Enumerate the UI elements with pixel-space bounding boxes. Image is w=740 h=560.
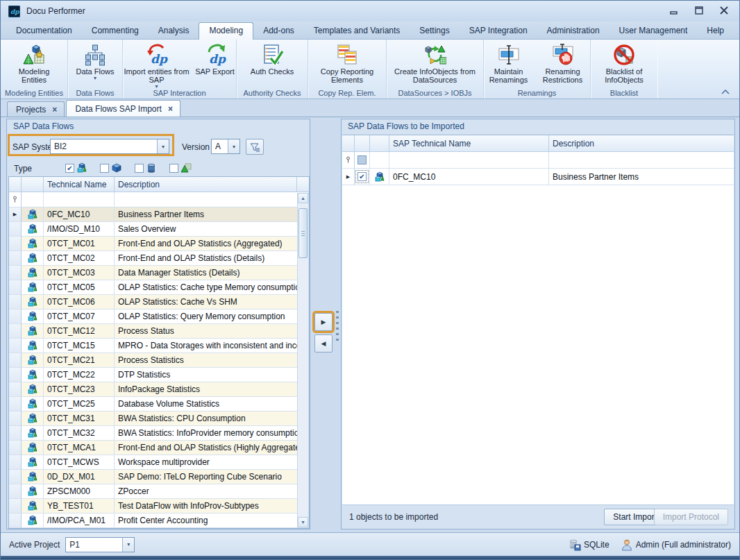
- sap-system-combo[interactable]: BI2 ▾: [50, 139, 169, 154]
- infocube-checkbox[interactable]: [100, 164, 109, 173]
- column-header-technical-name[interactable]: Technical Name: [44, 177, 115, 192]
- table-row[interactable]: 0TCT_MC21 Process Statistics: [9, 353, 309, 368]
- sap-export-button[interactable]: SAP Export: [192, 42, 238, 76]
- chevron-down-icon[interactable]: ▾: [122, 538, 134, 552]
- table-row[interactable]: ZPSCM000 ZPoccer: [9, 484, 309, 499]
- title-bar[interactable]: dp Docu Performer: [1, 1, 739, 22]
- chevron-down-icon[interactable]: ▾: [157, 139, 169, 153]
- select-all-checkbox[interactable]: [358, 155, 367, 164]
- auth-checks-button[interactable]: Auth Checks: [242, 42, 302, 76]
- filter-button[interactable]: [246, 139, 264, 155]
- user-status[interactable]: Admin (Full administrator): [621, 538, 731, 551]
- table-row[interactable]: /IMO/SD_M10 Sales Overview: [9, 222, 309, 237]
- description-cell: Database Volume Statistics: [115, 397, 309, 411]
- tab-templates-and-variants[interactable]: Templates and Variants: [304, 23, 410, 39]
- technical-name-cell: 0TCT_MC22: [44, 368, 115, 382]
- table-row[interactable]: 0TCT_MC03 Data Manager Statistics (Detai…: [9, 266, 309, 280]
- table-row[interactable]: 0FC_MC10 Business Partner Items: [9, 207, 309, 222]
- column-header-sap-technical-name[interactable]: SAP Technical Name: [389, 135, 549, 152]
- table-row[interactable]: 0D_DX_M01 SAP Demo: ITeLO Reporting Cube…: [9, 470, 309, 484]
- tab-help[interactable]: Help: [697, 23, 734, 39]
- tab-analysis[interactable]: Analysis: [149, 23, 199, 39]
- copy-reporting-elements-button[interactable]: Copy Reporting Elements: [310, 42, 384, 85]
- tab-projects[interactable]: Projects ×: [7, 101, 65, 117]
- import-entities-from-sap-button[interactable]: Import entities from SAP ▾: [121, 42, 192, 90]
- import-protocol-button[interactable]: Import Protocol: [654, 509, 728, 525]
- close-tab-icon[interactable]: ×: [52, 106, 57, 113]
- modeling-entities-button[interactable]: Modeling Entities: [8, 42, 60, 85]
- table-row[interactable]: 0TCT_MC32 BWA Statistics: InfoProvider m…: [9, 426, 309, 441]
- table-row[interactable]: 0TCT_MC23 InfoPackage Statistics: [9, 382, 309, 397]
- chevron-down-icon[interactable]: ▾: [228, 139, 239, 153]
- filter-cell[interactable]: [355, 152, 370, 169]
- description-cell: ZPoccer: [115, 484, 309, 499]
- move-left-button[interactable]: ◀: [314, 334, 333, 353]
- tab-administration[interactable]: Administration: [537, 23, 609, 39]
- renaming-restrictions-button[interactable]: Renaming Restrictions: [535, 42, 591, 85]
- row-indicator: [9, 426, 22, 441]
- datastore-checkbox[interactable]: [135, 164, 144, 173]
- table-row[interactable]: YB_TEST01 Test DataFlow with InfoProv-Su…: [9, 499, 309, 514]
- table-row[interactable]: 0TCT_MC15 MPRO - Data Storages with inco…: [9, 339, 309, 353]
- row-checkbox[interactable]: ✔: [358, 172, 367, 181]
- close-tab-icon[interactable]: ×: [168, 105, 173, 112]
- technical-name-cell: ZPSCM000: [44, 484, 115, 499]
- tab-add-ons[interactable]: Add-ons: [253, 23, 304, 39]
- infoobject-checkbox[interactable]: [169, 164, 178, 173]
- tab-documentation[interactable]: Documentation: [6, 23, 82, 39]
- filter-cell[interactable]: [115, 192, 309, 207]
- window-title: Docu Performer: [26, 6, 85, 16]
- tab-data-flows-sap-import[interactable]: Data Flows SAP Import ×: [66, 100, 180, 117]
- table-row[interactable]: 0TCT_MC25 Database Volume Statistics: [9, 397, 309, 411]
- table-row[interactable]: 0TCT_MCWS Workspace multiprovider: [9, 455, 309, 470]
- multiprovider-icon: [76, 162, 87, 173]
- blacklist-of-infoobjects-button[interactable]: Blacklist of InfoObjects: [594, 42, 654, 85]
- table-row[interactable]: 0TCT_MC31 BWA Statistics: CPU Consumptio…: [9, 411, 309, 426]
- tab-user-management[interactable]: User Management: [609, 23, 698, 39]
- vertical-scrollbar[interactable]: ▲ ▼: [297, 193, 308, 527]
- filter-cell[interactable]: [389, 152, 549, 169]
- technical-name-cell: 0TCT_MC21: [44, 353, 115, 368]
- maximize-button[interactable]: [693, 6, 705, 15]
- column-header-description[interactable]: Description: [549, 135, 734, 152]
- tab-modeling[interactable]: Modeling: [199, 22, 253, 40]
- filter-cell[interactable]: [370, 152, 389, 169]
- row-checkbox-cell[interactable]: ✔: [355, 169, 370, 185]
- table-row[interactable]: 0TCT_MC12 Process Status: [9, 324, 309, 339]
- description-cell: BWA Statistics: CPU Consumption: [115, 411, 309, 426]
- filter-cell[interactable]: [44, 192, 115, 207]
- filter-cell[interactable]: [22, 192, 44, 207]
- multiprovider-checkbox[interactable]: ✔: [65, 164, 74, 173]
- table-row[interactable]: 0TCT_MC01 Front-End and OLAP Statistics …: [9, 237, 309, 251]
- table-row[interactable]: 0TCT_MC05 OLAP Statistics: Cache type Me…: [9, 280, 309, 295]
- column-header-description[interactable]: Description: [115, 177, 297, 192]
- technical-name-cell: YB_TEST01: [44, 499, 115, 514]
- scroll-up-icon[interactable]: ▲: [298, 193, 308, 203]
- collapse-ribbon-icon[interactable]: [721, 89, 730, 94]
- table-row[interactable]: 0TCT_MC06 OLAP Statistics: Cache Vs SHM: [9, 295, 309, 309]
- tab-sap-integration[interactable]: SAP Integration: [460, 23, 537, 39]
- table-row[interactable]: /IMO/PCA_M01 Profit Center Accounting: [9, 514, 309, 528]
- filter-cell[interactable]: [549, 152, 734, 169]
- tab-settings[interactable]: Settings: [410, 23, 459, 39]
- sap-export-icon: [203, 44, 227, 66]
- table-row[interactable]: 0TCT_MC22 DTP Statistics: [9, 368, 309, 382]
- panel-splitter[interactable]: [336, 311, 339, 341]
- create-infoobjects-button[interactable]: Create InfoObjects from DataSources: [388, 42, 482, 85]
- ribbon-group-copy-rep-elem: Copy Reporting Elements Copy Rep. Elem.: [308, 40, 387, 99]
- table-row[interactable]: ▶ ✔ 0FC_MC10 Business Partner Items: [342, 169, 734, 185]
- create-infoobjects-icon: [424, 44, 446, 66]
- maintain-renamings-button[interactable]: Maintain Renamings: [483, 42, 535, 85]
- close-button[interactable]: [718, 6, 730, 15]
- active-project-combo[interactable]: P1 ▾: [65, 537, 135, 552]
- move-right-button[interactable]: ▶: [314, 313, 333, 331]
- table-row[interactable]: 0TCT_MC07 OLAP Statistics: Query Memory …: [9, 309, 309, 324]
- table-row[interactable]: 0TCT_MC02 Front-End and OLAP Statistics …: [9, 251, 309, 266]
- minimize-button[interactable]: [668, 6, 680, 15]
- version-combo[interactable]: A ▾: [211, 139, 240, 154]
- tab-commenting[interactable]: Commenting: [82, 23, 149, 39]
- data-flows-button[interactable]: Data Flows ▾: [69, 42, 121, 81]
- table-row[interactable]: 0TCT_MCA1 Front-End and OLAP Statistics …: [9, 441, 309, 455]
- scrollbar-thumb[interactable]: [298, 208, 308, 258]
- scroll-down-icon[interactable]: ▼: [298, 517, 308, 527]
